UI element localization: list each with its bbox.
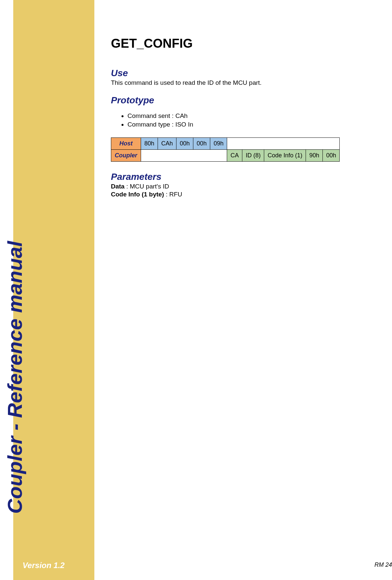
prototype-list: Command sent : CAh Command type : ISO In	[127, 112, 382, 128]
parameter-name: Code Info (1 byte)	[111, 191, 164, 198]
page-number: RM 24	[374, 561, 392, 568]
coupler-byte: CA	[227, 150, 242, 162]
section-prototype-heading: Prototype	[111, 95, 382, 106]
parameter-line: Data : MCU part's ID	[111, 183, 382, 190]
coupler-label: Coupler	[111, 150, 141, 162]
coupler-empty	[141, 150, 227, 162]
coupler-byte: 90h	[306, 150, 323, 162]
prototype-item: Command sent : CAh	[127, 112, 382, 120]
table-row-host: Host 80h CAh 00h 00h 09h	[111, 138, 340, 150]
host-byte: 09h	[210, 138, 227, 150]
page-content: GET_CONFIG Use This command is used to r…	[111, 36, 382, 198]
host-empty	[227, 138, 340, 150]
prototype-item: Command type : ISO In	[127, 121, 382, 128]
version-label: Version 1.2	[23, 561, 65, 570]
command-name-heading: GET_CONFIG	[111, 36, 382, 51]
document-title: Coupler - Reference manual	[3, 241, 26, 514]
parameter-line: Code Info (1 byte) : RFU	[111, 191, 382, 198]
host-byte: 80h	[141, 138, 158, 150]
host-byte: CAh	[158, 138, 176, 150]
sidebar: Coupler - Reference manual Version 1.2	[13, 0, 94, 580]
host-label: Host	[111, 138, 141, 150]
host-byte: 00h	[176, 138, 193, 150]
coupler-byte: Code Info (1)	[264, 150, 306, 162]
coupler-byte: ID (8)	[242, 150, 264, 162]
section-parameters-heading: Parameters	[111, 172, 382, 182]
use-description: This command is used to read the ID of t…	[111, 79, 382, 86]
host-byte: 00h	[193, 138, 210, 150]
prototype-table: Host 80h CAh 00h 00h 09h Coupler CA ID (…	[111, 137, 340, 162]
parameter-value: : MCU part's ID	[124, 183, 169, 190]
section-use-heading: Use	[111, 68, 382, 79]
parameter-name: Data	[111, 183, 124, 190]
table-row-coupler: Coupler CA ID (8) Code Info (1) 90h 00h	[111, 150, 340, 162]
parameter-value: : RFU	[164, 191, 182, 198]
coupler-byte: 00h	[323, 150, 340, 162]
